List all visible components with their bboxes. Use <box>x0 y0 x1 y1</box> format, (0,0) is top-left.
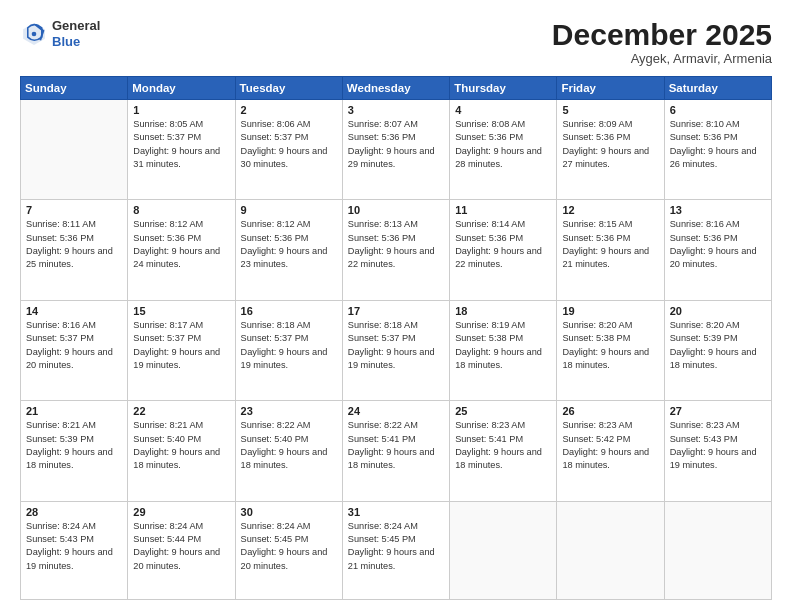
col-sunday: Sunday <box>21 77 128 100</box>
day-cell-0-0 <box>21 100 128 200</box>
day-number: 22 <box>133 405 229 417</box>
day-number: 7 <box>26 204 122 216</box>
logo-icon <box>20 20 48 48</box>
day-number: 23 <box>241 405 337 417</box>
day-cell-2-4: 18Sunrise: 8:19 AM Sunset: 5:38 PM Dayli… <box>450 300 557 400</box>
day-cell-0-1: 1Sunrise: 8:05 AM Sunset: 5:37 PM Daylig… <box>128 100 235 200</box>
day-info: Sunrise: 8:21 AM Sunset: 5:39 PM Dayligh… <box>26 419 122 472</box>
week-row-3: 14Sunrise: 8:16 AM Sunset: 5:37 PM Dayli… <box>21 300 772 400</box>
col-saturday: Saturday <box>664 77 771 100</box>
day-number: 2 <box>241 104 337 116</box>
col-monday: Monday <box>128 77 235 100</box>
day-info: Sunrise: 8:14 AM Sunset: 5:36 PM Dayligh… <box>455 218 551 271</box>
day-info: Sunrise: 8:19 AM Sunset: 5:38 PM Dayligh… <box>455 319 551 372</box>
calendar-header-row: Sunday Monday Tuesday Wednesday Thursday… <box>21 77 772 100</box>
day-cell-2-6: 20Sunrise: 8:20 AM Sunset: 5:39 PM Dayli… <box>664 300 771 400</box>
day-cell-0-6: 6Sunrise: 8:10 AM Sunset: 5:36 PM Daylig… <box>664 100 771 200</box>
day-cell-3-4: 25Sunrise: 8:23 AM Sunset: 5:41 PM Dayli… <box>450 401 557 501</box>
day-number: 6 <box>670 104 766 116</box>
col-wednesday: Wednesday <box>342 77 449 100</box>
day-number: 8 <box>133 204 229 216</box>
day-cell-3-0: 21Sunrise: 8:21 AM Sunset: 5:39 PM Dayli… <box>21 401 128 501</box>
day-info: Sunrise: 8:17 AM Sunset: 5:37 PM Dayligh… <box>133 319 229 372</box>
day-cell-1-0: 7Sunrise: 8:11 AM Sunset: 5:36 PM Daylig… <box>21 200 128 300</box>
day-info: Sunrise: 8:20 AM Sunset: 5:39 PM Dayligh… <box>670 319 766 372</box>
header: General Blue December 2025 Aygek, Armavi… <box>20 18 772 66</box>
week-row-4: 21Sunrise: 8:21 AM Sunset: 5:39 PM Dayli… <box>21 401 772 501</box>
day-number: 1 <box>133 104 229 116</box>
day-info: Sunrise: 8:23 AM Sunset: 5:43 PM Dayligh… <box>670 419 766 472</box>
day-cell-0-5: 5Sunrise: 8:09 AM Sunset: 5:36 PM Daylig… <box>557 100 664 200</box>
day-number: 11 <box>455 204 551 216</box>
calendar-table: Sunday Monday Tuesday Wednesday Thursday… <box>20 76 772 600</box>
day-number: 19 <box>562 305 658 317</box>
day-number: 26 <box>562 405 658 417</box>
day-info: Sunrise: 8:15 AM Sunset: 5:36 PM Dayligh… <box>562 218 658 271</box>
day-info: Sunrise: 8:06 AM Sunset: 5:37 PM Dayligh… <box>241 118 337 171</box>
day-info: Sunrise: 8:12 AM Sunset: 5:36 PM Dayligh… <box>241 218 337 271</box>
day-info: Sunrise: 8:21 AM Sunset: 5:40 PM Dayligh… <box>133 419 229 472</box>
day-info: Sunrise: 8:20 AM Sunset: 5:38 PM Dayligh… <box>562 319 658 372</box>
day-info: Sunrise: 8:11 AM Sunset: 5:36 PM Dayligh… <box>26 218 122 271</box>
day-cell-2-1: 15Sunrise: 8:17 AM Sunset: 5:37 PM Dayli… <box>128 300 235 400</box>
day-cell-3-3: 24Sunrise: 8:22 AM Sunset: 5:41 PM Dayli… <box>342 401 449 501</box>
day-number: 3 <box>348 104 444 116</box>
location-subtitle: Aygek, Armavir, Armenia <box>552 51 772 66</box>
day-number: 27 <box>670 405 766 417</box>
page: General Blue December 2025 Aygek, Armavi… <box>0 0 792 612</box>
day-info: Sunrise: 8:24 AM Sunset: 5:43 PM Dayligh… <box>26 520 122 573</box>
day-cell-2-2: 16Sunrise: 8:18 AM Sunset: 5:37 PM Dayli… <box>235 300 342 400</box>
day-cell-4-6 <box>664 501 771 599</box>
day-number: 13 <box>670 204 766 216</box>
day-info: Sunrise: 8:07 AM Sunset: 5:36 PM Dayligh… <box>348 118 444 171</box>
logo-blue-text: Blue <box>52 34 100 50</box>
day-cell-4-0: 28Sunrise: 8:24 AM Sunset: 5:43 PM Dayli… <box>21 501 128 599</box>
day-cell-4-4 <box>450 501 557 599</box>
day-number: 5 <box>562 104 658 116</box>
day-info: Sunrise: 8:12 AM Sunset: 5:36 PM Dayligh… <box>133 218 229 271</box>
day-info: Sunrise: 8:09 AM Sunset: 5:36 PM Dayligh… <box>562 118 658 171</box>
day-info: Sunrise: 8:23 AM Sunset: 5:41 PM Dayligh… <box>455 419 551 472</box>
day-number: 29 <box>133 506 229 518</box>
day-number: 20 <box>670 305 766 317</box>
col-tuesday: Tuesday <box>235 77 342 100</box>
title-block: December 2025 Aygek, Armavir, Armenia <box>552 18 772 66</box>
day-cell-1-3: 10Sunrise: 8:13 AM Sunset: 5:36 PM Dayli… <box>342 200 449 300</box>
day-number: 10 <box>348 204 444 216</box>
day-info: Sunrise: 8:22 AM Sunset: 5:40 PM Dayligh… <box>241 419 337 472</box>
day-cell-3-2: 23Sunrise: 8:22 AM Sunset: 5:40 PM Dayli… <box>235 401 342 501</box>
day-cell-4-2: 30Sunrise: 8:24 AM Sunset: 5:45 PM Dayli… <box>235 501 342 599</box>
day-info: Sunrise: 8:22 AM Sunset: 5:41 PM Dayligh… <box>348 419 444 472</box>
col-thursday: Thursday <box>450 77 557 100</box>
logo: General Blue <box>20 18 100 49</box>
day-number: 24 <box>348 405 444 417</box>
day-number: 15 <box>133 305 229 317</box>
day-cell-1-2: 9Sunrise: 8:12 AM Sunset: 5:36 PM Daylig… <box>235 200 342 300</box>
logo-general-text: General <box>52 18 100 34</box>
day-info: Sunrise: 8:18 AM Sunset: 5:37 PM Dayligh… <box>241 319 337 372</box>
day-info: Sunrise: 8:13 AM Sunset: 5:36 PM Dayligh… <box>348 218 444 271</box>
day-info: Sunrise: 8:16 AM Sunset: 5:37 PM Dayligh… <box>26 319 122 372</box>
day-cell-3-6: 27Sunrise: 8:23 AM Sunset: 5:43 PM Dayli… <box>664 401 771 501</box>
day-info: Sunrise: 8:23 AM Sunset: 5:42 PM Dayligh… <box>562 419 658 472</box>
month-title: December 2025 <box>552 18 772 51</box>
week-row-2: 7Sunrise: 8:11 AM Sunset: 5:36 PM Daylig… <box>21 200 772 300</box>
day-cell-4-3: 31Sunrise: 8:24 AM Sunset: 5:45 PM Dayli… <box>342 501 449 599</box>
day-info: Sunrise: 8:16 AM Sunset: 5:36 PM Dayligh… <box>670 218 766 271</box>
day-number: 4 <box>455 104 551 116</box>
day-info: Sunrise: 8:24 AM Sunset: 5:45 PM Dayligh… <box>348 520 444 573</box>
day-cell-1-1: 8Sunrise: 8:12 AM Sunset: 5:36 PM Daylig… <box>128 200 235 300</box>
day-number: 16 <box>241 305 337 317</box>
day-number: 31 <box>348 506 444 518</box>
day-cell-1-5: 12Sunrise: 8:15 AM Sunset: 5:36 PM Dayli… <box>557 200 664 300</box>
day-info: Sunrise: 8:08 AM Sunset: 5:36 PM Dayligh… <box>455 118 551 171</box>
day-cell-4-5 <box>557 501 664 599</box>
day-cell-3-5: 26Sunrise: 8:23 AM Sunset: 5:42 PM Dayli… <box>557 401 664 501</box>
day-number: 17 <box>348 305 444 317</box>
day-number: 14 <box>26 305 122 317</box>
day-cell-0-3: 3Sunrise: 8:07 AM Sunset: 5:36 PM Daylig… <box>342 100 449 200</box>
day-cell-1-6: 13Sunrise: 8:16 AM Sunset: 5:36 PM Dayli… <box>664 200 771 300</box>
day-number: 12 <box>562 204 658 216</box>
day-info: Sunrise: 8:05 AM Sunset: 5:37 PM Dayligh… <box>133 118 229 171</box>
day-number: 21 <box>26 405 122 417</box>
